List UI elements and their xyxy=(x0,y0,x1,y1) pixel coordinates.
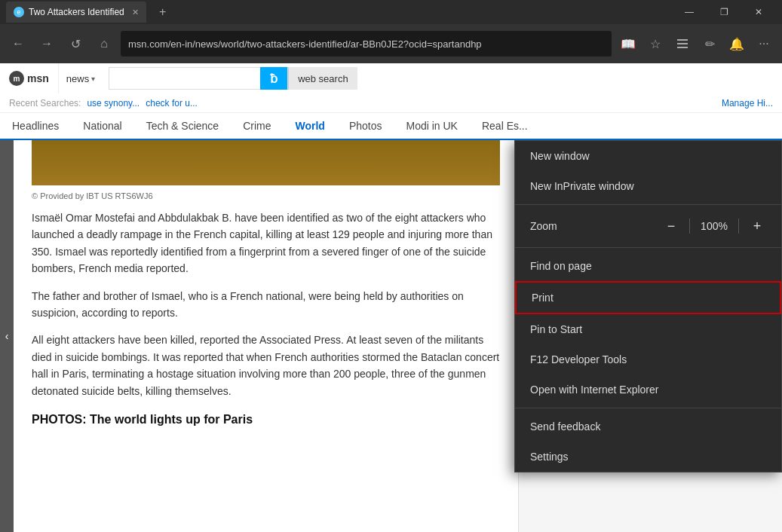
menu-divider-1 xyxy=(515,204,781,205)
zoom-percent: 100% xyxy=(699,220,729,232)
menu-settings[interactable]: Settings xyxy=(515,442,781,472)
more-icon[interactable]: ··· xyxy=(752,32,776,56)
tab-photos[interactable]: Photos xyxy=(337,113,394,140)
news-caret-icon: ▾ xyxy=(91,75,95,83)
menu-divider-2 xyxy=(515,247,781,248)
menu-divider-3 xyxy=(515,408,781,408)
window-controls: — ❐ ✕ xyxy=(672,0,776,24)
news-tab-btn[interactable]: news ▾ xyxy=(59,73,103,84)
web-search-button[interactable]: web search xyxy=(288,67,357,90)
msn-icon: m xyxy=(9,71,24,86)
left-panel-arrow[interactable]: ‹ xyxy=(0,140,14,532)
minimize-button[interactable]: — xyxy=(672,0,707,24)
article-para-3: All eight attackers have been killed, re… xyxy=(32,332,500,399)
tab-headlines[interactable]: Headlines xyxy=(0,113,71,140)
tab-modi-in-uk[interactable]: Modi in UK xyxy=(394,113,469,140)
svg-rect-1 xyxy=(677,43,688,44)
tab-crime[interactable]: Crime xyxy=(231,113,283,140)
recent-search-1[interactable]: use synony... xyxy=(87,98,140,109)
maximize-button[interactable]: ❐ xyxy=(707,0,741,24)
toolbar-icons: 📖 ☆ ✏ 🔔 ··· xyxy=(616,32,776,56)
recent-search-2[interactable]: check for u... xyxy=(146,98,198,109)
menu-pin-to-start[interactable]: Pin to Start xyxy=(515,314,781,344)
svg-rect-2 xyxy=(677,47,688,48)
url-text: msn.com/en-in/news/world/two-attackers-i… xyxy=(128,38,604,50)
nav-tabs: Headlines National Tech & Science Crime … xyxy=(0,113,782,140)
msn-label: msn xyxy=(27,72,49,84)
new-tab-button[interactable]: + xyxy=(152,2,173,23)
tab-title: Two Attackers Identified xyxy=(29,7,124,17)
news-label: news xyxy=(66,73,89,84)
menu-find-on-page[interactable]: Find on page xyxy=(515,251,781,281)
article-credit: © Provided by IBT US RTS6WJ6 xyxy=(32,191,500,200)
article-subheading: PHOTOS: The world lights up for Paris xyxy=(32,410,500,430)
search-bar-area: m msn news ▾ ƀ web search xyxy=(0,63,782,93)
main-content: ‹ © Provided by IBT US RTS6WJ6 Ismaël Om… xyxy=(0,140,782,532)
tab-real-estate[interactable]: Real Es... xyxy=(470,113,540,140)
menu-new-window[interactable]: New window xyxy=(515,141,781,171)
refresh-button[interactable]: ↺ xyxy=(63,32,87,56)
article-area: © Provided by IBT US RTS6WJ6 Ismaël Omar… xyxy=(14,140,518,532)
bing-search-button[interactable]: ƀ xyxy=(260,67,287,90)
menu-open-ie[interactable]: Open with Internet Explorer xyxy=(515,375,781,405)
menu-f12-dev-tools[interactable]: F12 Developer Tools xyxy=(515,344,781,375)
svg-rect-0 xyxy=(677,39,688,41)
notifications-icon[interactable]: 🔔 xyxy=(725,32,749,56)
dropdown-menu: New window New InPrivate window Zoom − 1… xyxy=(514,140,782,472)
article-body: Ismaël Omar Mostefai and Abbdulakbak B. … xyxy=(32,209,500,430)
close-button[interactable]: ✕ xyxy=(741,0,776,24)
zoom-label: Zoom xyxy=(530,220,557,232)
article-image xyxy=(32,140,500,185)
menu-print[interactable]: Print xyxy=(515,281,781,314)
zoom-out-button[interactable]: − xyxy=(662,217,680,235)
browser-tab[interactable]: e Two Attackers Identified ✕ xyxy=(6,2,146,23)
address-bar: ← → ↺ ⌂ msn.com/en-in/news/world/two-att… xyxy=(0,24,782,63)
search-box[interactable]: ƀ xyxy=(109,67,288,90)
tab-world[interactable]: World xyxy=(283,113,336,140)
reading-view-icon[interactable]: 📖 xyxy=(616,32,640,56)
article-para-1: Ismaël Omar Mostefai and Abbdulakbak B. … xyxy=(32,209,500,277)
zoom-in-button[interactable]: + xyxy=(748,217,766,235)
recent-label: Recent Searches: xyxy=(9,98,81,109)
article-para-2: The father and brother of Ismael, who is… xyxy=(32,288,500,322)
tab-favicon: e xyxy=(14,7,24,17)
title-bar-left: e Two Attackers Identified ✕ + xyxy=(6,2,173,23)
menu-zoom[interactable]: Zoom − 100% + xyxy=(515,208,781,244)
zoom-control: − 100% + xyxy=(662,217,766,235)
tab-close-button[interactable]: ✕ xyxy=(132,8,139,17)
manage-history-link[interactable]: Manage Hi... xyxy=(722,98,773,109)
menu-send-feedback[interactable]: Send feedback xyxy=(515,411,781,442)
home-button[interactable]: ⌂ xyxy=(92,32,116,56)
tab-national[interactable]: National xyxy=(71,113,133,140)
note-icon[interactable]: ✏ xyxy=(698,32,722,56)
address-input-wrap[interactable]: msn.com/en-in/news/world/two-attackers-i… xyxy=(121,31,612,57)
forward-button[interactable]: → xyxy=(35,32,59,56)
favorites-icon[interactable]: ☆ xyxy=(643,32,667,56)
msn-logo: m msn xyxy=(0,63,59,93)
menu-new-inprivate[interactable]: New InPrivate window xyxy=(515,171,781,201)
search-input[interactable] xyxy=(109,73,260,84)
title-bar: e Two Attackers Identified ✕ + — ❐ ✕ xyxy=(0,0,782,24)
hub-icon[interactable] xyxy=(670,32,695,56)
recent-searches-bar: Recent Searches: use synony... check for… xyxy=(0,93,782,113)
tab-tech-science[interactable]: Tech & Science xyxy=(134,113,232,140)
back-button[interactable]: ← xyxy=(6,32,30,56)
